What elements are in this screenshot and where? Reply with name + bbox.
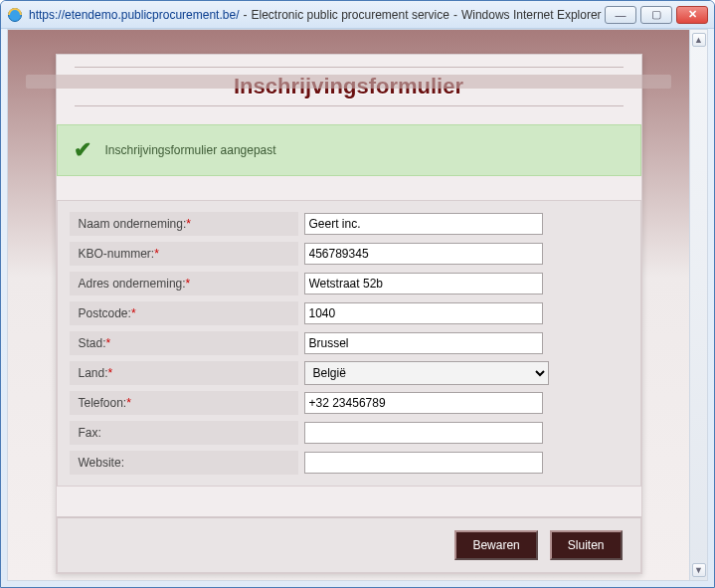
- row-kbo: KBO-nummer:*: [70, 239, 628, 269]
- title-url: https://etendemo.publicprocurement.be/: [29, 8, 239, 22]
- address-label: Adres onderneming:: [79, 277, 186, 291]
- success-alert: ✔ Inschrijvingsformulier aangepast: [57, 124, 641, 176]
- save-button[interactable]: Bewaren: [454, 530, 537, 560]
- scroll-up-button[interactable]: ▲: [692, 33, 706, 47]
- row-city: Stad:*: [70, 328, 628, 358]
- postcode-label: Postcode:: [79, 306, 131, 320]
- required-marker: *: [186, 217, 191, 231]
- form-block: Naam onderneming:* KBO-nummer:* Adres on…: [57, 200, 641, 487]
- fax-label: Fax:: [79, 426, 101, 440]
- vertical-scrollbar[interactable]: ▲ ▼: [689, 30, 707, 580]
- close-window-button[interactable]: ✕: [676, 6, 708, 24]
- city-label: Stad:: [79, 336, 106, 350]
- address-input[interactable]: [304, 273, 543, 294]
- phone-input[interactable]: [304, 392, 543, 414]
- minimize-button[interactable]: —: [605, 6, 636, 24]
- row-fax: Fax:: [70, 418, 628, 448]
- phone-label: Telefoon:: [79, 396, 127, 410]
- country-select[interactable]: België: [304, 361, 549, 385]
- company-input[interactable]: [304, 213, 543, 235]
- alert-text: Inschrijvingsformulier aangepast: [105, 143, 276, 157]
- kbo-label: KBO-nummer:: [79, 247, 155, 261]
- required-marker: *: [154, 247, 159, 261]
- row-address: Adres onderneming:*: [70, 269, 628, 298]
- header-band: [26, 75, 671, 89]
- content-shell: Inschrijvingsformulier ✔ Inschrijvingsfo…: [8, 30, 689, 580]
- row-postcode: Postcode:*: [70, 298, 628, 328]
- close-button[interactable]: Sluiten: [550, 530, 623, 560]
- website-label: Website:: [79, 456, 124, 470]
- required-marker: *: [131, 306, 136, 320]
- kbo-input[interactable]: [304, 243, 543, 265]
- website-input[interactable]: [304, 452, 543, 474]
- required-marker: *: [106, 336, 111, 350]
- company-label: Naam onderneming:: [79, 217, 187, 231]
- title-sep-2: -: [453, 8, 457, 22]
- row-country: Land:* België: [70, 358, 628, 388]
- city-input[interactable]: [304, 332, 543, 354]
- maximize-button[interactable]: ▢: [640, 6, 672, 24]
- row-company: Naam onderneming:*: [70, 209, 628, 239]
- ie-icon: [7, 7, 23, 23]
- titlebar: https://etendemo.publicprocurement.be/ -…: [1, 1, 714, 29]
- button-bar: Bewaren Sluiten: [57, 516, 641, 573]
- browser-window: https://etendemo.publicprocurement.be/ -…: [0, 0, 715, 588]
- row-phone: Telefoon:*: [70, 388, 628, 418]
- window-buttons: — ▢ ✕: [605, 6, 708, 24]
- title-service: Electronic public procurement service: [251, 8, 448, 22]
- check-icon: ✔: [74, 137, 91, 163]
- row-website: Website:: [70, 448, 628, 478]
- postcode-input[interactable]: [304, 302, 543, 324]
- title-browser: Windows Internet Explorer: [461, 8, 602, 22]
- country-label: Land:: [79, 366, 108, 380]
- title-sep-1: -: [243, 8, 247, 22]
- required-marker: *: [186, 277, 191, 291]
- form-sheet: Inschrijvingsformulier ✔ Inschrijvingsfo…: [56, 54, 642, 574]
- required-marker: *: [126, 396, 131, 410]
- fax-input[interactable]: [304, 422, 543, 444]
- client-area: Inschrijvingsformulier ✔ Inschrijvingsfo…: [7, 29, 708, 581]
- required-marker: *: [108, 366, 113, 380]
- scroll-down-button[interactable]: ▼: [692, 563, 706, 577]
